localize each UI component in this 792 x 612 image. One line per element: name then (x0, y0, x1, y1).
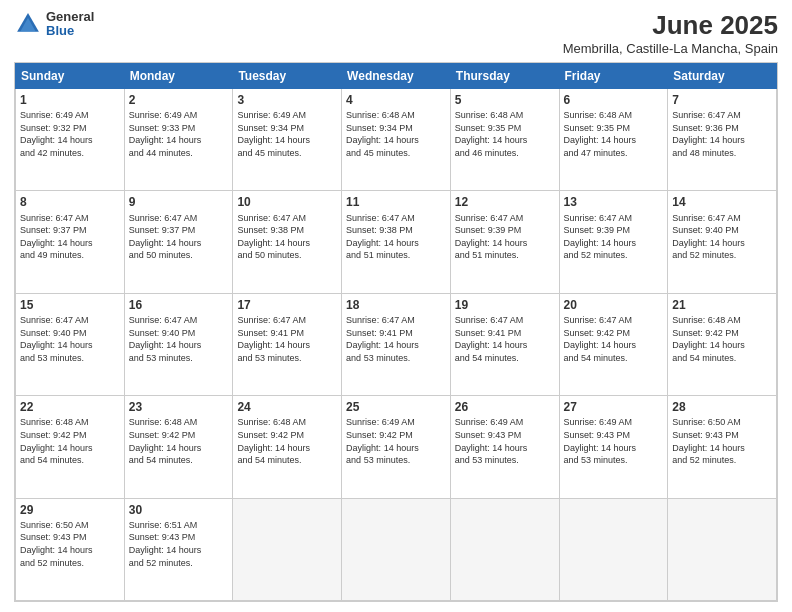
day-cell: 9Sunrise: 6:47 AM Sunset: 9:37 PM Daylig… (124, 191, 233, 293)
day-info: Sunrise: 6:47 AM Sunset: 9:40 PM Dayligh… (129, 314, 229, 364)
logo: General Blue (14, 10, 94, 39)
day-cell (342, 498, 451, 600)
week-row-4: 29Sunrise: 6:50 AM Sunset: 9:43 PM Dayli… (16, 498, 777, 600)
day-info: Sunrise: 6:49 AM Sunset: 9:33 PM Dayligh… (129, 109, 229, 159)
day-cell: 4Sunrise: 6:48 AM Sunset: 9:34 PM Daylig… (342, 89, 451, 191)
day-info: Sunrise: 6:47 AM Sunset: 9:37 PM Dayligh… (129, 212, 229, 262)
day-number: 9 (129, 194, 229, 210)
day-number: 26 (455, 399, 555, 415)
calendar-table: SundayMondayTuesdayWednesdayThursdayFrid… (15, 63, 777, 601)
week-row-1: 8Sunrise: 6:47 AM Sunset: 9:37 PM Daylig… (16, 191, 777, 293)
day-info: Sunrise: 6:50 AM Sunset: 9:43 PM Dayligh… (20, 519, 120, 569)
day-number: 20 (564, 297, 664, 313)
day-cell (233, 498, 342, 600)
header-cell-sunday: Sunday (16, 64, 125, 89)
day-cell: 8Sunrise: 6:47 AM Sunset: 9:37 PM Daylig… (16, 191, 125, 293)
week-row-3: 22Sunrise: 6:48 AM Sunset: 9:42 PM Dayli… (16, 396, 777, 498)
day-number: 3 (237, 92, 337, 108)
day-number: 12 (455, 194, 555, 210)
day-number: 5 (455, 92, 555, 108)
day-info: Sunrise: 6:47 AM Sunset: 9:41 PM Dayligh… (346, 314, 446, 364)
day-cell: 29Sunrise: 6:50 AM Sunset: 9:43 PM Dayli… (16, 498, 125, 600)
day-info: Sunrise: 6:49 AM Sunset: 9:43 PM Dayligh… (564, 416, 664, 466)
day-info: Sunrise: 6:47 AM Sunset: 9:39 PM Dayligh… (564, 212, 664, 262)
day-number: 28 (672, 399, 772, 415)
day-cell: 5Sunrise: 6:48 AM Sunset: 9:35 PM Daylig… (450, 89, 559, 191)
day-info: Sunrise: 6:47 AM Sunset: 9:41 PM Dayligh… (455, 314, 555, 364)
day-info: Sunrise: 6:47 AM Sunset: 9:37 PM Dayligh… (20, 212, 120, 262)
day-cell: 20Sunrise: 6:47 AM Sunset: 9:42 PM Dayli… (559, 293, 668, 395)
day-cell: 7Sunrise: 6:47 AM Sunset: 9:36 PM Daylig… (668, 89, 777, 191)
logo-text: General Blue (46, 10, 94, 39)
subtitle: Membrilla, Castille-La Mancha, Spain (563, 41, 778, 56)
day-cell (668, 498, 777, 600)
day-number: 14 (672, 194, 772, 210)
day-number: 30 (129, 502, 229, 518)
calendar-body: 1Sunrise: 6:49 AM Sunset: 9:32 PM Daylig… (16, 89, 777, 601)
header-cell-thursday: Thursday (450, 64, 559, 89)
day-number: 23 (129, 399, 229, 415)
day-cell (559, 498, 668, 600)
day-number: 1 (20, 92, 120, 108)
day-info: Sunrise: 6:50 AM Sunset: 9:43 PM Dayligh… (672, 416, 772, 466)
day-info: Sunrise: 6:48 AM Sunset: 9:42 PM Dayligh… (237, 416, 337, 466)
day-number: 2 (129, 92, 229, 108)
day-cell: 1Sunrise: 6:49 AM Sunset: 9:32 PM Daylig… (16, 89, 125, 191)
day-cell: 22Sunrise: 6:48 AM Sunset: 9:42 PM Dayli… (16, 396, 125, 498)
day-cell: 17Sunrise: 6:47 AM Sunset: 9:41 PM Dayli… (233, 293, 342, 395)
day-info: Sunrise: 6:47 AM Sunset: 9:38 PM Dayligh… (346, 212, 446, 262)
day-info: Sunrise: 6:48 AM Sunset: 9:35 PM Dayligh… (455, 109, 555, 159)
day-number: 7 (672, 92, 772, 108)
calendar-header: SundayMondayTuesdayWednesdayThursdayFrid… (16, 64, 777, 89)
day-info: Sunrise: 6:48 AM Sunset: 9:35 PM Dayligh… (564, 109, 664, 159)
day-cell: 6Sunrise: 6:48 AM Sunset: 9:35 PM Daylig… (559, 89, 668, 191)
day-number: 13 (564, 194, 664, 210)
day-info: Sunrise: 6:49 AM Sunset: 9:32 PM Dayligh… (20, 109, 120, 159)
header-cell-tuesday: Tuesday (233, 64, 342, 89)
main-title: June 2025 (563, 10, 778, 41)
logo-icon (14, 10, 42, 38)
day-info: Sunrise: 6:49 AM Sunset: 9:42 PM Dayligh… (346, 416, 446, 466)
header-cell-wednesday: Wednesday (342, 64, 451, 89)
day-cell (450, 498, 559, 600)
day-cell: 14Sunrise: 6:47 AM Sunset: 9:40 PM Dayli… (668, 191, 777, 293)
day-cell: 24Sunrise: 6:48 AM Sunset: 9:42 PM Dayli… (233, 396, 342, 498)
day-info: Sunrise: 6:47 AM Sunset: 9:38 PM Dayligh… (237, 212, 337, 262)
day-number: 21 (672, 297, 772, 313)
calendar: SundayMondayTuesdayWednesdayThursdayFrid… (14, 62, 778, 602)
day-number: 24 (237, 399, 337, 415)
day-number: 18 (346, 297, 446, 313)
day-number: 19 (455, 297, 555, 313)
day-cell: 3Sunrise: 6:49 AM Sunset: 9:34 PM Daylig… (233, 89, 342, 191)
day-cell: 28Sunrise: 6:50 AM Sunset: 9:43 PM Dayli… (668, 396, 777, 498)
day-number: 27 (564, 399, 664, 415)
day-cell: 15Sunrise: 6:47 AM Sunset: 9:40 PM Dayli… (16, 293, 125, 395)
page: General Blue June 2025 Membrilla, Castil… (0, 0, 792, 612)
day-info: Sunrise: 6:47 AM Sunset: 9:40 PM Dayligh… (672, 212, 772, 262)
day-cell: 12Sunrise: 6:47 AM Sunset: 9:39 PM Dayli… (450, 191, 559, 293)
week-row-2: 15Sunrise: 6:47 AM Sunset: 9:40 PM Dayli… (16, 293, 777, 395)
day-cell: 16Sunrise: 6:47 AM Sunset: 9:40 PM Dayli… (124, 293, 233, 395)
day-number: 17 (237, 297, 337, 313)
header-cell-friday: Friday (559, 64, 668, 89)
day-cell: 10Sunrise: 6:47 AM Sunset: 9:38 PM Dayli… (233, 191, 342, 293)
header-cell-monday: Monday (124, 64, 233, 89)
header: General Blue June 2025 Membrilla, Castil… (14, 10, 778, 56)
day-info: Sunrise: 6:48 AM Sunset: 9:42 PM Dayligh… (20, 416, 120, 466)
day-number: 29 (20, 502, 120, 518)
day-number: 8 (20, 194, 120, 210)
day-number: 11 (346, 194, 446, 210)
day-info: Sunrise: 6:51 AM Sunset: 9:43 PM Dayligh… (129, 519, 229, 569)
day-number: 25 (346, 399, 446, 415)
day-cell: 30Sunrise: 6:51 AM Sunset: 9:43 PM Dayli… (124, 498, 233, 600)
week-row-0: 1Sunrise: 6:49 AM Sunset: 9:32 PM Daylig… (16, 89, 777, 191)
header-row: SundayMondayTuesdayWednesdayThursdayFrid… (16, 64, 777, 89)
day-number: 10 (237, 194, 337, 210)
day-cell: 26Sunrise: 6:49 AM Sunset: 9:43 PM Dayli… (450, 396, 559, 498)
day-cell: 21Sunrise: 6:48 AM Sunset: 9:42 PM Dayli… (668, 293, 777, 395)
day-info: Sunrise: 6:47 AM Sunset: 9:41 PM Dayligh… (237, 314, 337, 364)
day-number: 6 (564, 92, 664, 108)
header-cell-saturday: Saturday (668, 64, 777, 89)
day-number: 16 (129, 297, 229, 313)
day-info: Sunrise: 6:49 AM Sunset: 9:43 PM Dayligh… (455, 416, 555, 466)
